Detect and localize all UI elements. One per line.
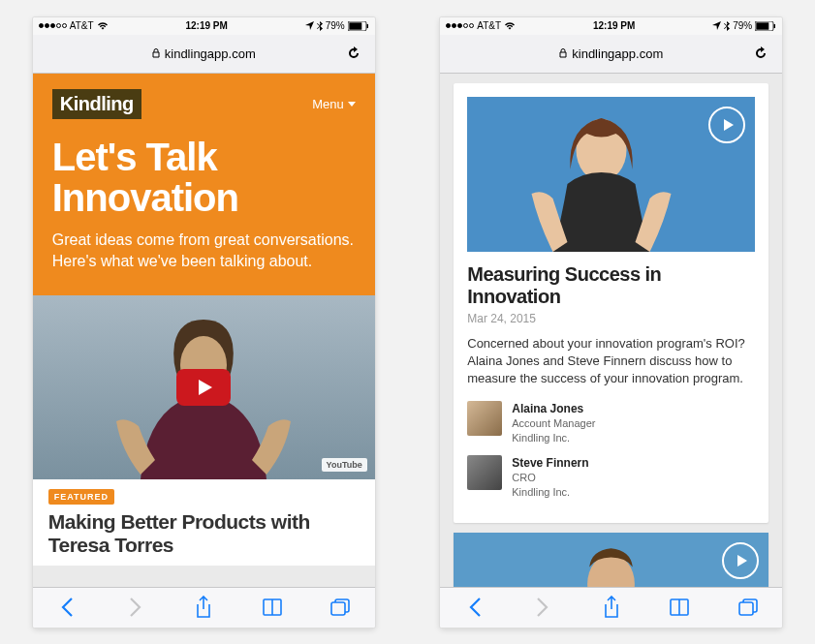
- browser-nav-bar: kindlingapp.com: [440, 35, 782, 74]
- carrier-label: AT&T: [477, 20, 501, 31]
- bluetooth-icon: [724, 21, 730, 31]
- article-description: Concerned about your innovation program'…: [467, 335, 755, 388]
- play-icon[interactable]: [708, 107, 745, 143]
- page-content[interactable]: Kindling Menu Let's Talk Innovation Grea…: [33, 74, 375, 587]
- reload-button[interactable]: [346, 45, 361, 62]
- reload-button[interactable]: [753, 45, 768, 62]
- youtube-watermark: YouTube: [322, 458, 367, 472]
- tabs-button[interactable]: [736, 595, 761, 620]
- article-card: Measuring Success in Innovation Mar 24, …: [454, 83, 768, 523]
- author-row: Steve Finnern CRO Kindling Inc.: [467, 455, 755, 500]
- menu-label: Menu: [312, 97, 344, 111]
- menu-button[interactable]: Menu: [312, 97, 356, 111]
- svg-rect-6: [331, 602, 345, 615]
- article-video-thumb[interactable]: [454, 533, 768, 587]
- hero-subtitle: Great ideas come from great conversation…: [52, 230, 356, 273]
- phone-right: AT&T 12:19 PM 79% kindlingapp.com: [440, 17, 782, 628]
- svg-rect-15: [739, 602, 753, 615]
- back-button[interactable]: [54, 595, 79, 620]
- forward-button: [530, 595, 555, 620]
- avatar: [467, 455, 502, 490]
- wifi-icon: [504, 21, 516, 30]
- safari-toolbar: [33, 587, 375, 628]
- forward-button: [123, 595, 148, 620]
- signal-dots-icon: [39, 23, 67, 28]
- location-icon: [712, 21, 721, 30]
- lock-icon: [152, 48, 160, 58]
- featured-badge: FEATURED: [48, 489, 114, 505]
- carrier-label: AT&T: [70, 20, 94, 31]
- signal-dots-icon: [446, 23, 474, 28]
- status-time: 12:19 PM: [109, 20, 305, 31]
- author-role: CRO: [512, 471, 588, 485]
- tabs-button[interactable]: [328, 595, 353, 620]
- author-name: Steve Finnern: [512, 455, 588, 471]
- author-org: Kindling Inc.: [512, 431, 595, 445]
- youtube-play-icon[interactable]: [176, 369, 231, 406]
- bluetooth-icon: [317, 21, 323, 31]
- browser-nav-bar: kindlingapp.com: [33, 35, 375, 74]
- article-card-peek[interactable]: [454, 533, 768, 587]
- svg-rect-2: [366, 24, 368, 28]
- article-title[interactable]: Measuring Success in Innovation: [467, 263, 755, 308]
- featured-video-thumb[interactable]: YouTube: [33, 295, 375, 479]
- author-role: Account Manager: [512, 416, 595, 431]
- author-row: Alaina Jones Account Manager Kindling In…: [467, 401, 755, 445]
- battery-pct: 79%: [326, 20, 345, 31]
- safari-toolbar: [440, 587, 782, 628]
- address-bar[interactable]: kindlingapp.com: [152, 46, 256, 61]
- share-button[interactable]: [599, 595, 624, 620]
- url-text: kindlingapp.com: [165, 46, 256, 61]
- status-time: 12:19 PM: [516, 20, 712, 31]
- avatar: [467, 401, 502, 436]
- location-icon: [305, 21, 314, 30]
- page-content[interactable]: Measuring Success in Innovation Mar 24, …: [440, 74, 782, 587]
- chevron-down-icon: [348, 102, 356, 107]
- hero-section: Kindling Menu Let's Talk Innovation Grea…: [33, 74, 375, 296]
- phone-left: AT&T 12:19 PM 79% kindlingapp.com Kindli…: [33, 17, 375, 628]
- author-name: Alaina Jones: [512, 401, 595, 416]
- bookmarks-button[interactable]: [667, 595, 692, 620]
- bookmarks-button[interactable]: [260, 595, 285, 620]
- lock-icon: [559, 48, 567, 58]
- post-title[interactable]: Making Better Products with Teresa Torre…: [33, 510, 375, 565]
- svg-rect-8: [757, 22, 769, 29]
- author-org: Kindling Inc.: [512, 485, 588, 500]
- hero-title: Let's Talk Innovation: [52, 137, 356, 218]
- address-bar[interactable]: kindlingapp.com: [559, 46, 663, 61]
- back-button[interactable]: [462, 595, 487, 620]
- article-date: Mar 24, 2015: [467, 312, 755, 325]
- share-button[interactable]: [191, 595, 216, 620]
- url-text: kindlingapp.com: [572, 46, 663, 61]
- svg-rect-1: [349, 22, 361, 29]
- battery-icon: [348, 21, 369, 31]
- play-icon[interactable]: [722, 542, 759, 579]
- article-video-thumb[interactable]: [467, 97, 755, 252]
- status-bar: AT&T 12:19 PM 79%: [440, 17, 782, 35]
- svg-rect-9: [774, 24, 776, 28]
- battery-pct: 79%: [733, 20, 752, 31]
- wifi-icon: [97, 21, 109, 30]
- status-bar: AT&T 12:19 PM 79%: [33, 17, 375, 35]
- brand-logo[interactable]: Kindling: [52, 89, 141, 119]
- battery-icon: [755, 21, 776, 31]
